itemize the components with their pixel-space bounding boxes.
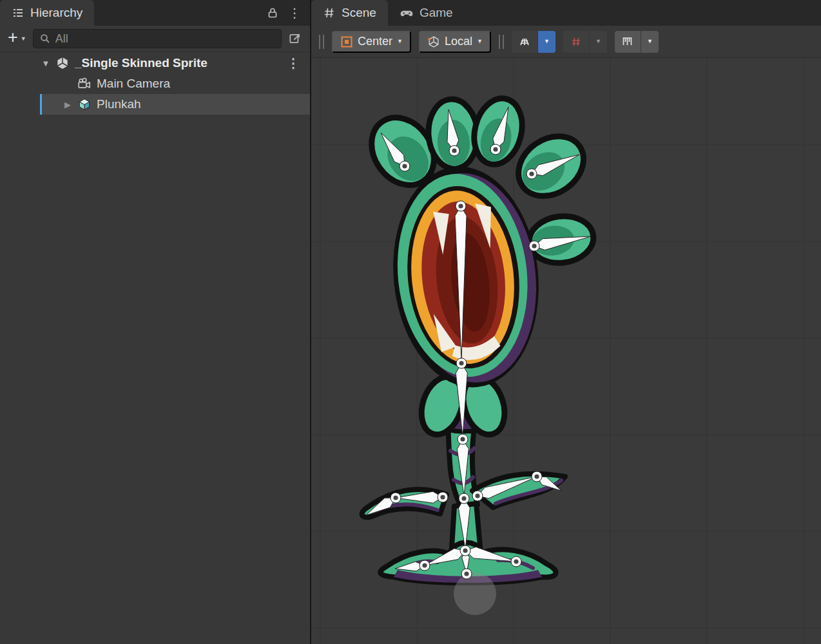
grid-visibility-group: ▼ bbox=[512, 31, 555, 53]
kebab-menu-icon[interactable]: ⋮ bbox=[288, 6, 301, 19]
camera-icon bbox=[76, 76, 93, 91]
sprite-cube-icon bbox=[76, 97, 93, 112]
local-axis-icon bbox=[427, 35, 440, 48]
hierarchy-tab-label: Hierarchy bbox=[30, 6, 82, 20]
pick-window-icon[interactable] bbox=[288, 32, 302, 46]
game-tab-label: Game bbox=[420, 6, 453, 20]
tab-game[interactable]: Game bbox=[388, 0, 465, 26]
grid-settings-dropdown[interactable]: ▼ bbox=[538, 31, 555, 53]
gizmo-disc[interactable] bbox=[454, 573, 496, 615]
hierarchy-row-scene-root[interactable]: ▼ _Single Skinned Sprite ⋮ bbox=[0, 53, 310, 73]
chevron-down-icon: ▼ bbox=[397, 39, 403, 44]
scene-tabbar: Scene Game bbox=[311, 0, 821, 26]
scene-view-canvas[interactable] bbox=[311, 58, 821, 644]
bone-joint-center bbox=[534, 474, 539, 478]
bone-joint-center bbox=[422, 563, 427, 567]
tab-hierarchy[interactable]: Hierarchy bbox=[0, 0, 94, 26]
bone-joint-center bbox=[458, 204, 463, 208]
hierarchy-search-box[interactable] bbox=[33, 29, 282, 48]
scene-panel: Scene Game Center ▼ bbox=[311, 0, 821, 644]
plus-icon: + bbox=[8, 29, 18, 46]
chevron-down-icon: ▼ bbox=[544, 39, 550, 44]
grid-snap-dropdown[interactable]: ▼ bbox=[590, 31, 607, 53]
orientation-mode-label: Local bbox=[445, 35, 472, 48]
tab-scene[interactable]: Scene bbox=[311, 0, 388, 26]
bone-joint-center bbox=[461, 496, 466, 500]
hierarchy-tabbar: Hierarchy ⋮ bbox=[0, 0, 310, 26]
bone-joint-center bbox=[459, 361, 463, 365]
gamepad-icon bbox=[400, 6, 414, 20]
grid-snap-button[interactable] bbox=[563, 31, 589, 53]
scene-grid-icon bbox=[323, 6, 336, 19]
bone-joint-center bbox=[529, 171, 534, 176]
bone-joint-center bbox=[463, 548, 467, 553]
snap-increment-dropdown[interactable]: ▼ bbox=[641, 31, 659, 53]
pivot-mode-label: Center bbox=[358, 35, 392, 48]
hierarchy-panel: Hierarchy ⋮ + ▼ bbox=[0, 0, 310, 644]
chevron-down-icon: ▼ bbox=[647, 39, 653, 44]
search-icon bbox=[39, 33, 51, 44]
bone-joint-center bbox=[493, 147, 497, 151]
orientation-mode-button[interactable]: Local ▼ bbox=[419, 31, 491, 53]
hierarchy-toolbar: + ▼ bbox=[0, 26, 310, 52]
scene-viewport[interactable] bbox=[311, 58, 821, 644]
bone-joint-center bbox=[514, 559, 518, 564]
bone-joint-center bbox=[460, 437, 465, 441]
hierarchy-row-plunkah[interactable]: ▶ Plunkah bbox=[0, 94, 310, 115]
chevron-right-icon[interactable]: ▶ bbox=[59, 100, 76, 109]
toolbar-drag-handle[interactable] bbox=[319, 35, 324, 49]
snap-increment-group: ▼ bbox=[615, 31, 659, 53]
bone-joint-center bbox=[440, 495, 445, 499]
scene-name-label: _Single Skinned Sprite bbox=[75, 56, 208, 70]
toolbar-drag-handle[interactable] bbox=[499, 35, 504, 49]
gameobject-name-label: Plunkah bbox=[97, 97, 141, 111]
unity-editor-window: Hierarchy ⋮ + ▼ bbox=[0, 0, 821, 644]
scene-tab-label: Scene bbox=[342, 6, 376, 20]
snap-increment-button[interactable] bbox=[615, 31, 641, 53]
chevron-down-icon: ▼ bbox=[595, 39, 601, 44]
bone-joint-center bbox=[402, 164, 407, 168]
hierarchy-row-main-camera[interactable]: Main Camera bbox=[0, 73, 310, 94]
chevron-down-icon[interactable]: ▼ bbox=[37, 59, 54, 68]
bone-joint-center bbox=[452, 148, 456, 153]
lock-icon[interactable] bbox=[266, 6, 279, 19]
search-input[interactable] bbox=[55, 32, 275, 46]
grid-visibility-button[interactable] bbox=[512, 31, 537, 53]
unity-scene-icon bbox=[54, 55, 71, 71]
pivot-center-icon bbox=[340, 35, 353, 48]
hierarchy-list-icon bbox=[12, 6, 24, 19]
create-object-button[interactable]: + ▼ bbox=[8, 31, 26, 46]
pivot-mode-button[interactable]: Center ▼ bbox=[332, 31, 411, 53]
chevron-down-icon: ▼ bbox=[477, 39, 483, 44]
hierarchy-tab-actions: ⋮ bbox=[266, 0, 310, 26]
scene-toolbar: Center ▼ Local ▼ ▼ bbox=[311, 26, 821, 58]
bone-joint-center bbox=[475, 493, 479, 498]
bone-joint-center bbox=[532, 243, 536, 248]
hierarchy-tree: ▼ _Single Skinned Sprite ⋮ Main Camera ▶ bbox=[0, 52, 310, 644]
bone-joint-center bbox=[464, 571, 468, 576]
grid-snap-group: ▼ bbox=[563, 31, 607, 53]
head-mouth bbox=[383, 159, 550, 395]
chevron-down-icon: ▼ bbox=[21, 36, 26, 42]
kebab-menu-icon[interactable]: ⋮ bbox=[287, 57, 300, 70]
bone-joint-center bbox=[393, 495, 398, 500]
gameobject-name-label: Main Camera bbox=[97, 77, 170, 91]
